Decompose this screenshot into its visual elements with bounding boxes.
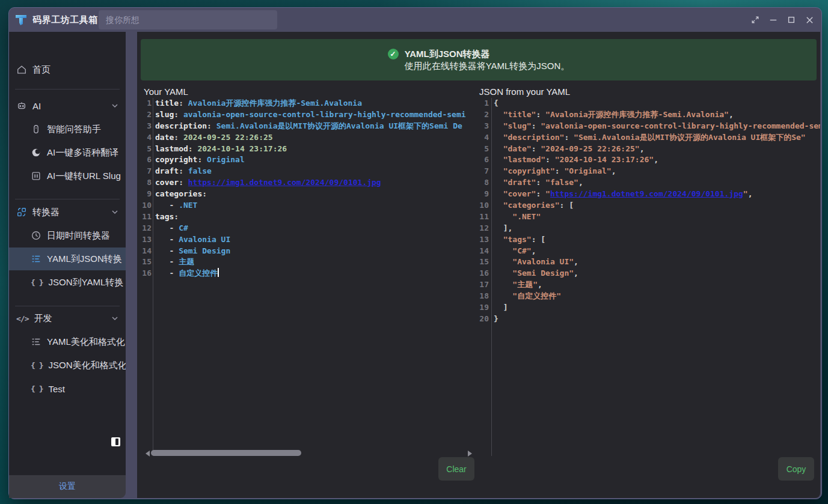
sidebar-section-label: 开发 — [34, 313, 52, 324]
code-line: - Semi Design — [155, 246, 487, 257]
chevron-down-icon — [111, 102, 118, 109]
line-number: 1 — [476, 98, 489, 109]
line-number: 12 — [476, 223, 489, 234]
line-number: 5 — [476, 144, 489, 155]
scroll-left-arrow-icon[interactable] — [146, 451, 150, 457]
line-number: 17 — [476, 279, 489, 291]
sidebar-section-dev[interactable]: </> 开发 — [9, 307, 126, 330]
yaml-line-numbers: 12345678910111213141516 — [141, 98, 152, 279]
settings-link[interactable]: 设置 — [59, 481, 76, 492]
copy-button[interactable]: Copy — [778, 457, 814, 481]
sidebar-section-converter[interactable]: 转换器 — [9, 201, 126, 223]
chevron-down-icon — [111, 208, 118, 216]
code-line: "lastmod": "2024-10-14 23:17:26", — [494, 154, 820, 166]
sidebar-divider — [15, 89, 120, 90]
line-number: 1 — [141, 98, 152, 109]
json-code-output[interactable]: { "title": "Avalonia开源控件库强力推荐-Semi.Avalo… — [494, 98, 820, 456]
sidebar-collapse-icon[interactable] — [111, 437, 120, 446]
minimize-icon[interactable] — [768, 15, 778, 25]
line-number: 6 — [141, 154, 152, 166]
line-number: 7 — [476, 166, 489, 177]
line-number: 15 — [476, 257, 489, 268]
yaml-gutter-divider — [153, 98, 153, 456]
code-line: "copyright": "Original", — [494, 166, 820, 177]
close-icon[interactable] — [805, 15, 814, 25]
code-line: "cover": "https://img1.dotnet9.com/2024/… — [494, 189, 820, 200]
line-number: 16 — [141, 268, 152, 279]
code-line: copyright: Original — [155, 154, 487, 166]
sidebar-item-yaml-to-json[interactable]: YAML到JSON转换 — [9, 247, 126, 270]
code-line: - 自定义控件 — [155, 268, 487, 279]
code-line: draft: false — [155, 166, 487, 177]
sidebar-item-label: 首页 — [32, 64, 51, 76]
sidebar-item-json-to-yaml[interactable]: { } JSON到YAML转换 — [9, 271, 126, 294]
sidebar-item-test[interactable]: { } Test — [9, 377, 126, 400]
line-number: 16 — [476, 268, 489, 279]
code-line: description: Semi.Avalonia是以MIT协议开源的Aval… — [155, 121, 487, 132]
sidebar-item-json-formatter[interactable]: { } JSON美化和格式化 — [9, 354, 126, 377]
horizontal-scrollbar-thumb[interactable] — [151, 450, 301, 456]
code-line: "Semi Design", — [494, 268, 820, 279]
url-slug-icon — [31, 171, 41, 181]
assistant-icon — [31, 124, 41, 135]
sidebar-divider — [15, 199, 120, 199]
sidebar-item-datetime-converter[interactable]: 日期时间转换器 — [9, 224, 126, 247]
sidebar-section-ai[interactable]: AI — [9, 94, 126, 117]
tool-banner: ✓ YAML到JSON转换器 使用此在线转换器将YAML转换为JSON。 — [141, 39, 817, 80]
home-icon — [16, 64, 27, 75]
scroll-right-arrow-icon[interactable] — [468, 451, 472, 457]
sidebar-item-label: 日期时间转换器 — [47, 230, 110, 241]
line-number: 3 — [476, 121, 489, 132]
maximize-icon[interactable] — [787, 15, 796, 25]
text-cursor — [218, 268, 219, 277]
code-line: "categories": [ — [494, 200, 820, 211]
code-line: - Avalonia UI — [155, 234, 487, 246]
sidebar-footer: 设置 — [9, 475, 126, 498]
sidebar-item-label: AI一键转URL Slug — [47, 171, 121, 182]
sidebar-item-url-slug[interactable]: AI一键转URL Slug — [9, 165, 126, 187]
sidebar-item-yaml-formatter[interactable]: YAML美化和格式化 — [9, 330, 126, 353]
code-line: "slug": "avalonia-open-source-control-li… — [494, 121, 820, 132]
sidebar-item-label: AI一键多语种翻译 — [47, 147, 118, 159]
code-line: "draft": "false", — [494, 177, 820, 189]
clock-icon — [31, 230, 41, 241]
clear-button[interactable]: Clear — [438, 457, 474, 481]
line-number: 13 — [476, 234, 489, 246]
line-number: 15 — [141, 257, 152, 268]
code-line: - .NET — [155, 200, 487, 211]
code-line: "Avalonia UI", — [494, 257, 820, 268]
sidebar-item-label: JSON美化和格式化 — [48, 360, 126, 371]
converter-icon — [16, 207, 27, 217]
sidebar-item-ai-translate[interactable]: AI一键多语种翻译 — [9, 141, 126, 164]
check-icon: ✓ — [388, 49, 399, 59]
line-number: 20 — [476, 314, 489, 325]
line-number: 18 — [476, 291, 489, 302]
code-line: "自定义控件" — [494, 291, 820, 302]
line-number: 14 — [141, 246, 152, 257]
yaml-pane: Your YAML 12345678910111213141516 title:… — [141, 87, 487, 456]
yaml-code-editor[interactable]: title: Avalonia开源控件库强力推荐-Semi.Avaloniasl… — [155, 98, 487, 456]
code-line: "主题", — [494, 279, 820, 291]
code-line: tags: — [155, 211, 487, 223]
line-number: 7 — [141, 166, 152, 177]
line-number: 9 — [476, 189, 489, 200]
line-number: 11 — [476, 211, 489, 223]
line-number: 2 — [476, 109, 489, 121]
sidebar-item-qa-assistant[interactable]: 智能问答助手 — [9, 118, 126, 141]
sidebar-section-label: 转换器 — [32, 207, 60, 218]
code-line: - 主题 — [155, 257, 487, 268]
code-line: slug: avalonia-open-source-control-libra… — [155, 109, 487, 121]
sidebar-item-home[interactable]: 首页 — [9, 58, 126, 81]
search-input[interactable] — [99, 10, 277, 29]
braces-icon: { } — [31, 383, 43, 394]
line-number: 13 — [141, 234, 152, 246]
yaml-pane-header: Your YAML — [141, 87, 487, 98]
code-line: title: Avalonia开源控件库强力推荐-Semi.Avalonia — [155, 98, 487, 109]
code-line: "title": "Avalonia开源控件库强力推荐-Semi.Avaloni… — [494, 109, 820, 121]
sidebar-divider — [15, 306, 120, 306]
json-pane: JSON from your YAML 12345678910111213141… — [476, 87, 820, 456]
line-number: 6 — [476, 154, 489, 166]
expand-icon[interactable] — [750, 15, 760, 25]
tool-subtitle: 使用此在线转换器将YAML转换为JSON。 — [405, 60, 570, 72]
code-line: ], — [494, 223, 820, 234]
